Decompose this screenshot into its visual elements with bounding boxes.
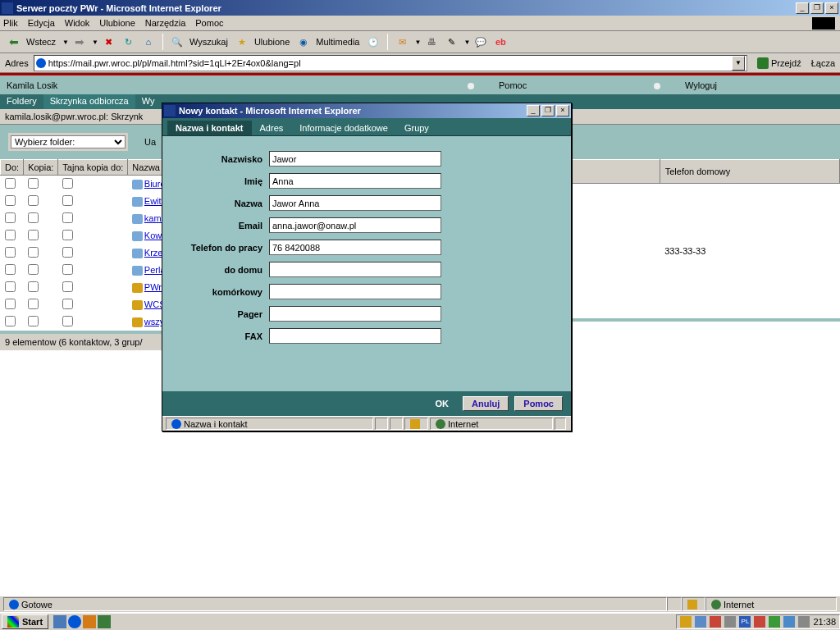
tray-icon[interactable] [710,616,721,628]
tray-icon[interactable] [783,616,795,628]
cc-checkbox[interactable] [28,316,39,326]
komorka-input[interactable] [269,284,441,299]
address-input[interactable] [48,58,732,68]
bcc-checkbox[interactable] [62,178,73,189]
bcc-checkbox[interactable] [62,195,73,206]
app-icon[interactable] [98,615,111,628]
clock[interactable]: 21:38 [813,617,836,627]
tab-adres[interactable]: Adres [252,121,292,135]
start-button[interactable]: Start [2,614,48,629]
edit-dropdown-icon[interactable]: ▼ [463,39,470,46]
tab-info[interactable]: Informacje dodatkowe [291,121,396,135]
forward-dropdown-icon[interactable]: ▼ [92,39,98,46]
minimize-button[interactable]: _ [796,2,809,14]
menu-plik[interactable]: Plik [3,18,18,28]
bcc-checkbox[interactable] [62,247,73,258]
tab-wy[interactable]: Wy [135,94,162,109]
ebay-icon[interactable]: eb [491,33,509,51]
language-indicator[interactable]: PL [739,616,751,628]
cc-checkbox[interactable] [28,230,39,240]
mail-dropdown-icon[interactable]: ▼ [414,39,421,46]
to-checkbox[interactable] [5,281,16,292]
pager-input[interactable] [269,306,441,322]
back-button[interactable]: ⬅ [5,33,23,51]
tab-nazwa[interactable]: Nazwa i kontakt [167,121,252,135]
help-link[interactable]: Pomoc [468,80,654,90]
to-checkbox[interactable] [5,264,16,275]
help-button[interactable]: Pomoc [514,396,563,411]
to-checkbox[interactable] [5,299,16,309]
to-checkbox[interactable] [5,316,16,326]
resize-grip[interactable] [555,418,566,430]
teldom-input[interactable] [269,262,441,277]
close-button[interactable]: × [825,2,838,14]
to-checkbox[interactable] [5,178,16,189]
search-label[interactable]: Wyszukaj [189,37,228,47]
forward-button[interactable]: ➡ [71,33,89,51]
ok-button[interactable]: OK [427,397,457,410]
menu-pomoc[interactable]: Pomoc [195,18,223,28]
back-dropdown-icon[interactable]: ▼ [62,39,69,46]
popup-restore-button[interactable]: ❐ [541,105,555,116]
email-input[interactable] [269,217,441,233]
bcc-checkbox[interactable] [62,299,73,309]
th-homephone[interactable]: Telefon domowy [660,160,839,184]
bcc-checkbox[interactable] [62,212,73,223]
nazwa-input[interactable] [269,195,441,211]
stop-button[interactable]: ✖ [100,33,118,51]
refresh-button[interactable]: ↻ [120,33,138,51]
imie-input[interactable] [269,173,441,189]
home-button[interactable]: ⌂ [139,33,158,51]
address-dropdown-icon[interactable]: ▼ [732,56,745,71]
bcc-checkbox[interactable] [62,264,73,275]
discuss-button[interactable]: 💬 [472,33,490,51]
bcc-checkbox[interactable] [62,281,73,292]
outlook-icon[interactable] [83,615,96,628]
to-checkbox[interactable] [5,195,16,206]
cc-checkbox[interactable] [28,247,39,258]
to-checkbox[interactable] [5,212,16,223]
th-cc[interactable]: Kopia: [24,160,58,176]
media-label[interactable]: Multimedia [316,37,359,47]
logout-link[interactable]: Wyloguj [654,80,840,90]
tray-icon[interactable] [769,616,780,628]
to-checkbox[interactable] [5,230,16,240]
popup-minimize-button[interactable]: _ [527,105,540,116]
edit-button[interactable]: ✎ [442,33,460,51]
menu-ulubione[interactable]: Ulubione [99,18,135,28]
fax-input[interactable] [269,328,441,344]
bcc-checkbox[interactable] [62,316,73,326]
th-bcc[interactable]: Tajna kopia do: [58,160,128,176]
tab-foldery[interactable]: Foldery [0,94,43,109]
cc-checkbox[interactable] [28,195,39,206]
telpraca-input[interactable] [269,240,441,255]
tray-icon[interactable] [695,616,706,628]
history-button[interactable]: 🕑 [364,33,382,51]
links-label[interactable]: Łącza [811,58,835,68]
volume-icon[interactable] [798,616,810,628]
search-icon[interactable]: 🔍 [168,33,186,51]
media-icon[interactable]: ◉ [294,33,313,51]
print-button[interactable]: 🖶 [422,33,441,51]
nazwisko-input[interactable] [269,151,441,167]
cc-checkbox[interactable] [28,299,39,309]
to-checkbox[interactable] [5,247,16,258]
folder-select[interactable]: Wybierz folder: [11,135,126,148]
ie-icon[interactable] [68,615,81,628]
cc-checkbox[interactable] [28,281,39,292]
popup-close-button[interactable]: × [556,105,569,116]
mail-button[interactable]: ✉ [393,33,411,51]
contact-link[interactable]: PWr [144,282,162,292]
favorites-label[interactable]: Ulubione [254,37,290,47]
cc-checkbox[interactable] [28,264,39,275]
menu-narzedzia[interactable]: Narzędzia [145,18,186,28]
ati-icon[interactable] [754,616,765,628]
go-button[interactable]: Przejdź [752,56,806,71]
restore-button[interactable]: ❐ [810,2,824,14]
bcc-checkbox[interactable] [62,230,73,240]
cc-checkbox[interactable] [28,178,39,189]
favorites-icon[interactable]: ★ [233,33,251,51]
menu-widok[interactable]: Widok [65,18,90,28]
cancel-button[interactable]: Anuluj [463,396,509,411]
tab-skrzynka[interactable]: Skrzynka odbiorcza [43,94,135,109]
